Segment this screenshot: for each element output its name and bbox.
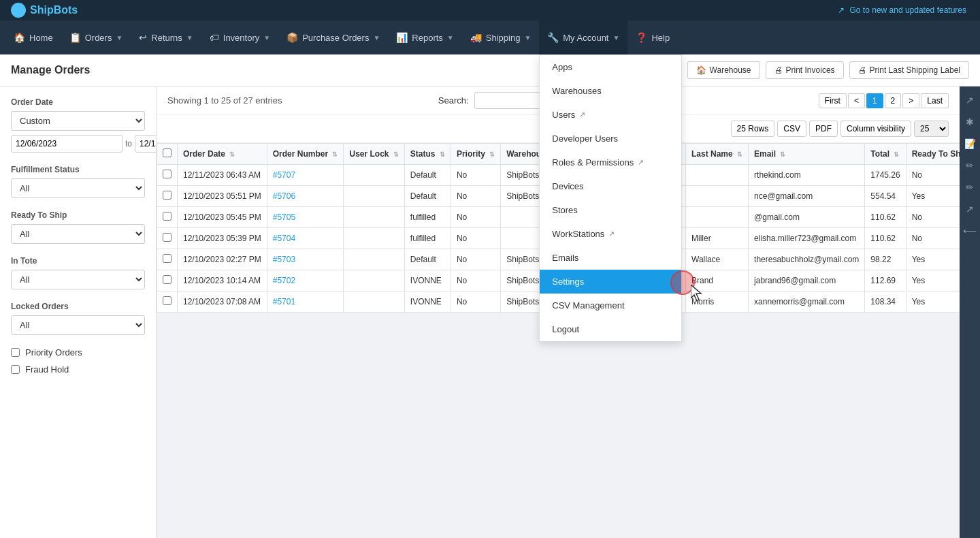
- pagination-page-2[interactable]: 2: [885, 93, 902, 108]
- nav-purchase-orders[interactable]: 📦 Purchase Orders ▼: [278, 20, 388, 54]
- row-checkbox-0[interactable]: [163, 170, 172, 178]
- row-checkbox-1[interactable]: [163, 191, 172, 200]
- pdf-button[interactable]: PDF: [809, 121, 838, 137]
- per-page-select[interactable]: 25 50 100: [914, 121, 949, 137]
- warehouse-button[interactable]: 🏠 Warehouse: [687, 61, 760, 79]
- date-from-input[interactable]: [11, 135, 122, 153]
- row-ready-to-ship: Yes: [906, 291, 960, 313]
- fraud-hold-checkbox[interactable]: [11, 365, 20, 374]
- pagination-next[interactable]: >: [902, 93, 919, 108]
- dropdown-item-stores[interactable]: Stores: [540, 198, 681, 222]
- in-tote-select[interactable]: All Yes No: [11, 270, 145, 289]
- sort-priority: ⇅: [489, 151, 495, 158]
- order-link-3[interactable]: #5704: [273, 234, 295, 243]
- date-separator: to: [125, 139, 132, 148]
- fulfillment-status-label: Fulfillment Status: [11, 165, 145, 174]
- nav-home[interactable]: 🏠 Home: [5, 20, 61, 54]
- nav-reports[interactable]: 📊 Reports ▼: [388, 20, 461, 54]
- dropdown-item-users[interactable]: Users ↗: [540, 103, 681, 127]
- order-link-5[interactable]: #5702: [273, 276, 295, 285]
- dropdown-item-devices[interactable]: Devices: [540, 174, 681, 198]
- row-checkbox-6[interactable]: [163, 296, 172, 305]
- row-checkbox-cell: [157, 270, 178, 291]
- dropdown-item-settings[interactable]: Settings: [540, 270, 681, 294]
- dropdown-item-apps[interactable]: Apps: [540, 55, 681, 79]
- nav-orders[interactable]: 📋 Orders ▼: [61, 20, 131, 54]
- right-icon-2[interactable]: ✱: [963, 114, 977, 130]
- dropdown-item-roles-permissions[interactable]: Roles & Permissions ↗: [540, 151, 681, 174]
- priority-orders-label[interactable]: Priority Orders: [25, 347, 82, 358]
- right-icon-7[interactable]: ⟵: [960, 223, 979, 239]
- row-order-number: #5703: [267, 249, 344, 270]
- row-order-date: 12/10/2023 02:27 PM: [178, 249, 267, 270]
- pagination-page-1[interactable]: 1: [866, 93, 883, 108]
- dropdown-item-warehouses[interactable]: Warehouses: [540, 79, 681, 103]
- order-link-4[interactable]: #5703: [273, 255, 295, 264]
- logo-text: ShipBots: [30, 4, 78, 16]
- pagination-first[interactable]: First: [819, 93, 847, 108]
- th-total[interactable]: Total ⇅: [865, 144, 906, 165]
- nav-my-account[interactable]: 🔧 My Account ▼ Apps Warehouses Users ↗ D…: [539, 20, 627, 54]
- row-priority: No: [451, 186, 500, 207]
- row-priority: No: [451, 291, 500, 313]
- inventory-dropdown-arrow: ▼: [263, 34, 270, 42]
- th-order-number[interactable]: Order Number ⇅: [267, 144, 344, 165]
- row-checkbox-3[interactable]: [163, 233, 172, 242]
- right-icon-6[interactable]: ↗: [963, 201, 977, 217]
- th-user-lock[interactable]: User Lock ⇅: [344, 144, 404, 165]
- print-invoices-button[interactable]: 🖨 Print Invoices: [766, 61, 844, 79]
- row-user-lock: [344, 186, 404, 207]
- search-label: Search:: [438, 95, 469, 106]
- date-to-input[interactable]: [135, 135, 157, 153]
- row-checkbox-2[interactable]: [163, 212, 172, 221]
- ready-to-ship-select[interactable]: All Yes No: [11, 224, 145, 244]
- nav-help[interactable]: ❓ Help: [627, 20, 678, 54]
- priority-orders-checkbox[interactable]: [11, 348, 20, 357]
- row-ready-to-ship: No: [906, 228, 960, 249]
- nav-inventory[interactable]: 🏷 Inventory ▼: [201, 20, 278, 54]
- th-order-date[interactable]: Order Date ⇅: [178, 144, 267, 165]
- order-date-select[interactable]: Custom Today Yesterday Last 7 Days Last …: [11, 111, 145, 131]
- order-link-2[interactable]: #5705: [273, 212, 295, 222]
- dropdown-item-emails[interactable]: Emails: [540, 246, 681, 270]
- pagination-prev[interactable]: <: [848, 93, 865, 108]
- column-visibility-button[interactable]: Column visibility: [840, 121, 911, 137]
- row-status: IVONNE: [404, 291, 451, 313]
- right-icon-5[interactable]: ✏: [963, 179, 977, 195]
- row-ready-to-ship: Yes: [906, 186, 960, 207]
- row-checkbox-4[interactable]: [163, 254, 172, 263]
- th-status[interactable]: Status ⇅: [404, 144, 451, 165]
- csv-button[interactable]: CSV: [777, 121, 806, 137]
- dropdown-item-logout[interactable]: Logout: [540, 317, 681, 341]
- fraud-hold-label[interactable]: Fraud Hold: [25, 364, 69, 375]
- dropdown-item-csv-management[interactable]: CSV Management: [540, 294, 681, 317]
- print-last-shipping-label-button[interactable]: 🖨 Print Last Shipping Label: [849, 61, 969, 79]
- sidebar: Order Date Custom Today Yesterday Last 7…: [0, 86, 157, 538]
- nav-shipping[interactable]: 🚚 Shipping ▼: [462, 20, 540, 54]
- right-icon-4[interactable]: ✏: [963, 157, 977, 174]
- locked-orders-select[interactable]: All Yes No: [11, 315, 145, 335]
- right-icon-3[interactable]: 📝: [962, 136, 979, 152]
- right-icon-1[interactable]: ↗: [963, 92, 977, 108]
- order-link-1[interactable]: #5706: [273, 191, 295, 201]
- users-external-icon: ↗: [579, 110, 585, 119]
- dropdown-item-developer-users[interactable]: Developer Users: [540, 127, 681, 151]
- inventory-icon: 🏷: [210, 32, 219, 43]
- fulfillment-status-select[interactable]: All Unfulfilled Fulfilled Cancelled: [11, 178, 145, 198]
- th-ready-to-ship[interactable]: Ready To Ship ⇅: [906, 144, 960, 165]
- 25-rows-button[interactable]: 25 Rows: [731, 121, 775, 137]
- pagination-last[interactable]: Last: [921, 93, 949, 108]
- th-priority[interactable]: Priority ⇅: [451, 144, 500, 165]
- dropdown-item-workstations[interactable]: WorkStations ↗: [540, 222, 681, 246]
- row-checkbox-cell: [157, 291, 178, 313]
- th-last-name[interactable]: Last Name ⇅: [686, 144, 749, 165]
- order-link-6[interactable]: #5701: [273, 297, 295, 306]
- row-status: Default: [404, 186, 451, 207]
- new-features-link[interactable]: ↗ Go to new and updated features: [838, 5, 969, 15]
- row-status: Default: [404, 165, 451, 186]
- th-email[interactable]: Email ⇅: [749, 144, 865, 165]
- select-all-checkbox[interactable]: [163, 148, 172, 157]
- nav-returns[interactable]: ↩ Returns ▼: [131, 20, 201, 54]
- row-checkbox-5[interactable]: [163, 275, 172, 284]
- order-link-0[interactable]: #5707: [273, 170, 295, 180]
